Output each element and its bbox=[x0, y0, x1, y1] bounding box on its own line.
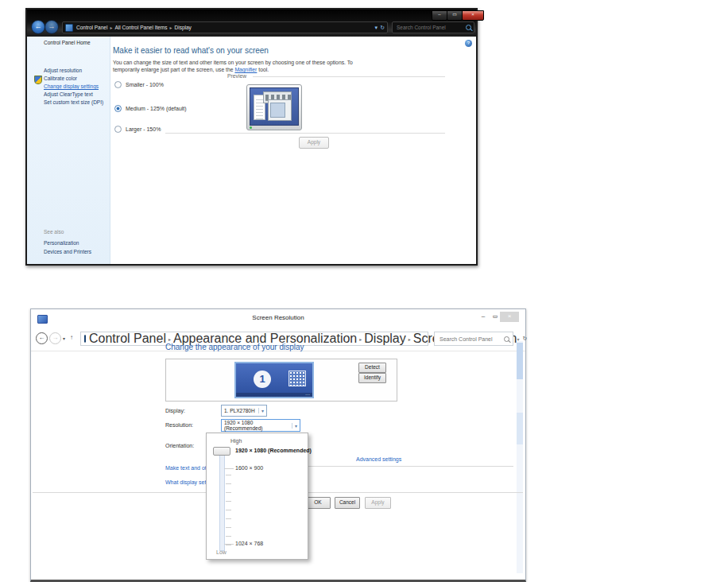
description-line2: temporarily enlarge just part of the scr… bbox=[113, 67, 234, 72]
display-icon bbox=[84, 335, 86, 343]
resolution-select-value: 1920 × 1080 (Recommended) bbox=[224, 420, 292, 431]
search-box[interactable] bbox=[392, 21, 474, 33]
resolution-slider-track[interactable] bbox=[219, 451, 225, 551]
description-line1: You can change the size of text and othe… bbox=[113, 60, 353, 65]
page-title: Change the appearance of your display bbox=[165, 343, 304, 351]
see-also-header: See also bbox=[44, 229, 64, 235]
help-icon[interactable]: ? bbox=[465, 40, 472, 47]
sidebar-item-change-display-settings[interactable]: Change display settings bbox=[44, 83, 99, 89]
win8-titlebar: Screen Resolution – ▭ × bbox=[31, 309, 525, 328]
maximize-button[interactable]: ▭ bbox=[490, 312, 500, 322]
resolution-dropdown-panel: High 1920 × 1080 (Recommended) 1600 × 90… bbox=[206, 433, 308, 560]
chevron-down-icon: ▾ bbox=[258, 408, 264, 413]
radio-medium[interactable]: Medium - 125% (default) bbox=[114, 105, 187, 112]
win7-sidebar: Control Panel Home Adjust resolution Cal… bbox=[27, 37, 110, 264]
display-select[interactable]: 1. PLX2780H ▾ bbox=[221, 405, 267, 417]
page-title: Make it easier to read what's on your sc… bbox=[113, 46, 269, 55]
sidebar-item-personalization[interactable]: Personalization bbox=[44, 240, 79, 246]
back-button[interactable]: ← bbox=[36, 332, 48, 344]
maximize-button[interactable]: ▭ bbox=[447, 10, 463, 21]
close-button[interactable]: × bbox=[500, 312, 519, 322]
sidebar-item-adjust-resolution[interactable]: Adjust resolution bbox=[44, 68, 82, 73]
radio-icon bbox=[114, 126, 122, 133]
apply-button[interactable]: Apply bbox=[299, 137, 329, 149]
breadcrumb-item[interactable]: Display bbox=[364, 332, 405, 346]
preview-monitor-image bbox=[246, 84, 302, 130]
chevron-down-icon: ▾ bbox=[292, 423, 297, 429]
preview-window-main bbox=[268, 99, 292, 121]
sidebar-item-adjust-cleartype[interactable]: Adjust ClearType text bbox=[44, 91, 93, 97]
screen-resolution-window: Screen Resolution – ▭ × ← → ▾ ↑ Control … bbox=[30, 308, 526, 582]
detect-button[interactable]: Detect bbox=[358, 363, 386, 373]
scrollbar-thumb[interactable] bbox=[517, 413, 523, 444]
radio-label: Smaller - 100% bbox=[126, 82, 164, 87]
divider bbox=[253, 76, 445, 77]
up-arrow-icon[interactable]: ↑ bbox=[70, 334, 73, 341]
monitor-1-preview[interactable]: 1 ··· bbox=[234, 362, 314, 398]
win7-titlebar: – ▭ × ← → Control Panel ▸ All Control Pa… bbox=[27, 10, 476, 37]
slider-ticks bbox=[226, 475, 231, 545]
back-button[interactable]: ← bbox=[31, 20, 45, 34]
breadcrumb-item[interactable]: Control Panel bbox=[76, 22, 107, 33]
apply-button[interactable]: Apply bbox=[365, 497, 391, 509]
search-icon bbox=[504, 336, 509, 342]
sidebar-item-devices-printers[interactable]: Devices and Printers bbox=[44, 249, 91, 254]
resolution-option-1920[interactable]: 1920 × 1080 (Recommended) bbox=[235, 448, 312, 453]
preview-screen bbox=[250, 87, 299, 126]
search-icon bbox=[466, 25, 471, 30]
chevron-down-icon[interactable]: ▾ bbox=[63, 336, 65, 341]
minimize-button[interactable]: – bbox=[432, 10, 447, 21]
resolution-slider-thumb[interactable] bbox=[213, 447, 230, 456]
orientation-label: Orientation: bbox=[165, 443, 194, 448]
magnifier-link[interactable]: Magnifier bbox=[234, 67, 257, 72]
sidebar-item-control-panel-home[interactable]: Control Panel Home bbox=[44, 40, 91, 45]
control-panel-icon bbox=[65, 24, 73, 32]
win7-content: ? Control Panel Home Adjust resolution C… bbox=[27, 37, 476, 264]
resolution-option-1600[interactable]: 1600 × 900 bbox=[235, 465, 263, 471]
close-button[interactable]: × bbox=[462, 10, 484, 21]
high-label: High bbox=[230, 438, 242, 444]
radio-smaller[interactable]: Smaller - 100% bbox=[114, 81, 164, 88]
breadcrumb-item[interactable]: Display bbox=[175, 22, 192, 33]
resolution-label: Resolution: bbox=[165, 422, 193, 428]
refresh-icon[interactable]: ↻ bbox=[523, 336, 528, 342]
resolution-select[interactable]: 1920 × 1080 (Recommended) ▾ bbox=[221, 419, 300, 432]
cancel-button[interactable]: Cancel bbox=[335, 497, 360, 509]
sidebar-item-custom-text-size[interactable]: Set custom text size (DPI) bbox=[44, 99, 103, 105]
search-input[interactable] bbox=[438, 336, 504, 343]
uac-shield-icon bbox=[34, 76, 42, 84]
breadcrumb-separator-icon: ▸ bbox=[170, 22, 172, 33]
forward-button[interactable]: → bbox=[45, 20, 59, 34]
page-description: You can change the size of text and othe… bbox=[113, 59, 353, 73]
radio-label: Larger - 150% bbox=[126, 126, 161, 132]
window-title: Screen Resolution bbox=[31, 314, 525, 321]
search-box[interactable] bbox=[434, 332, 513, 346]
keypad-icon bbox=[288, 371, 306, 386]
tick-mark bbox=[224, 544, 234, 545]
breadcrumb-separator-icon: ▸ bbox=[110, 22, 112, 33]
advanced-settings-link[interactable]: Advanced settings bbox=[356, 456, 401, 462]
breadcrumb-separator-icon: ▸ bbox=[409, 336, 411, 342]
resolution-option-1024[interactable]: 1024 × 768 bbox=[235, 541, 263, 546]
search-input[interactable] bbox=[395, 24, 466, 31]
preview-label: Preview bbox=[227, 73, 246, 79]
ok-button[interactable]: OK bbox=[305, 497, 331, 509]
radio-selected-icon bbox=[114, 105, 122, 112]
scrollbar[interactable] bbox=[517, 341, 523, 573]
minimize-button[interactable]: – bbox=[478, 312, 488, 322]
win7-display-window: – ▭ × ← → Control Panel ▸ All Control Pa… bbox=[25, 8, 478, 266]
scrollbar-thumb[interactable] bbox=[517, 343, 523, 379]
forward-button[interactable]: → bbox=[49, 332, 61, 344]
tick-mark bbox=[224, 468, 234, 469]
breadcrumb-item[interactable]: All Control Panel Items bbox=[114, 22, 167, 33]
description-line2-tail: tool. bbox=[257, 67, 269, 72]
chevron-down-icon[interactable]: ▾ bbox=[375, 22, 378, 33]
radio-larger[interactable]: Larger - 150% bbox=[114, 126, 161, 133]
breadcrumb-separator-icon: ▸ bbox=[359, 336, 362, 342]
refresh-icon[interactable]: ↻ bbox=[380, 22, 385, 33]
address-bar[interactable]: Control Panel ▸ All Control Panel Items … bbox=[62, 21, 388, 33]
low-label: Low bbox=[216, 549, 227, 555]
identify-button[interactable]: Identify bbox=[358, 373, 386, 383]
breadcrumb-item[interactable]: Control Panel bbox=[89, 332, 166, 346]
sidebar-item-calibrate-color[interactable]: Calibrate color bbox=[44, 76, 77, 81]
